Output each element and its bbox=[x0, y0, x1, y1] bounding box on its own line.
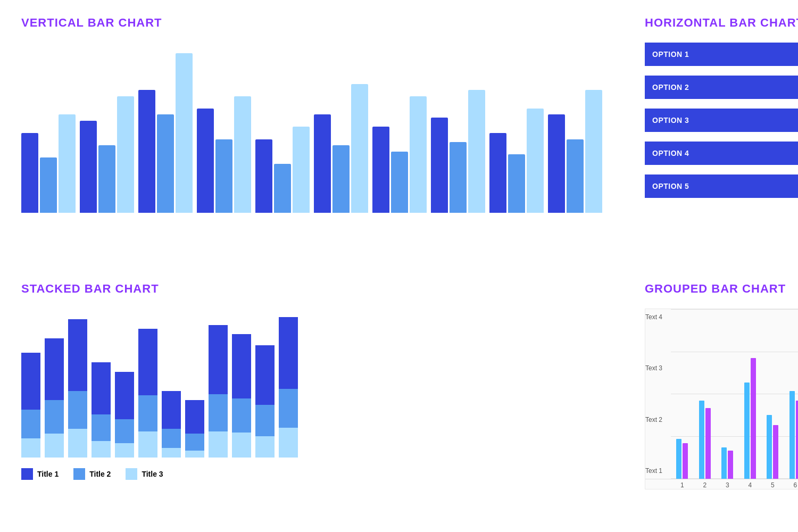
sbar-s2-9 bbox=[232, 398, 251, 433]
vbar-light-8 bbox=[527, 109, 544, 213]
gbar-purple-3 bbox=[751, 358, 756, 479]
vbar-dark-6 bbox=[372, 127, 389, 213]
sbar-s3-10 bbox=[255, 436, 275, 458]
sbar-s3-8 bbox=[209, 431, 228, 458]
hbar-row-1: OPTION 2 bbox=[645, 76, 798, 99]
legend-item-0: Title 1 bbox=[21, 468, 59, 480]
vbar-mid-7 bbox=[450, 142, 467, 213]
legend-label-0: Title 1 bbox=[37, 470, 59, 478]
vbar-mid-8 bbox=[508, 154, 525, 213]
vbar-group-1 bbox=[80, 96, 134, 213]
sbar-s3-1 bbox=[45, 434, 64, 458]
gbar-blue-5 bbox=[789, 391, 795, 479]
x-label-5: 6 bbox=[784, 479, 799, 489]
stacked-legend: Title 1Title 2Title 3 bbox=[21, 468, 602, 480]
sbar-s2-1 bbox=[45, 400, 64, 434]
sbar-s1-8 bbox=[209, 325, 228, 394]
sbar-s2-7 bbox=[185, 434, 204, 450]
legend-item-2: Title 3 bbox=[126, 468, 163, 480]
sbar-s1-7 bbox=[185, 400, 204, 434]
gbar-group-1 bbox=[694, 313, 717, 479]
gbar-blue-4 bbox=[767, 415, 772, 479]
sbar-s3-2 bbox=[68, 429, 87, 458]
sbar-col-7 bbox=[185, 400, 204, 458]
vbar-mid-3 bbox=[215, 139, 232, 213]
grouped-bar-chart-panel: GROUPED BAR CHART Text 1Text 2Text 3Text… bbox=[624, 266, 798, 532]
vbar-light-1 bbox=[117, 96, 134, 213]
grouped-bars bbox=[671, 309, 798, 479]
gbar-group-4 bbox=[761, 313, 784, 479]
y-label-2: Text 3 bbox=[645, 364, 667, 372]
vbar-dark-1 bbox=[80, 121, 97, 213]
hbar-label-2: OPTION 3 bbox=[652, 116, 689, 124]
y-label-0: Text 1 bbox=[645, 467, 667, 475]
legend-box-2 bbox=[126, 468, 137, 480]
vbar-mid-9 bbox=[567, 139, 584, 213]
sbar-s1-6 bbox=[162, 391, 181, 429]
hbar-row-3: OPTION 4 bbox=[645, 142, 798, 165]
hbar-fg-2: OPTION 3 bbox=[645, 109, 798, 132]
sbar-s1-1 bbox=[45, 338, 64, 401]
vbar-mid-6 bbox=[391, 152, 408, 213]
x-label-4: 5 bbox=[761, 479, 784, 489]
vbar-mid-1 bbox=[98, 145, 115, 213]
sbar-s1-2 bbox=[68, 319, 87, 390]
sbar-s1-10 bbox=[255, 345, 275, 405]
sbar-s2-10 bbox=[255, 405, 275, 436]
hbar-fg-3: OPTION 4 bbox=[645, 142, 798, 165]
gbar-blue-3 bbox=[744, 383, 750, 479]
hbar-label-0: OPTION 1 bbox=[652, 50, 689, 59]
vbar-light-7 bbox=[468, 90, 485, 213]
vbar-light-4 bbox=[293, 127, 310, 213]
vbar-light-6 bbox=[410, 96, 427, 213]
sbar-s3-3 bbox=[92, 441, 111, 458]
vbar-dark-0 bbox=[21, 133, 38, 213]
x-label-1: 2 bbox=[694, 479, 717, 489]
vertical-bar-chart bbox=[21, 43, 602, 213]
horizontal-bar-chart-title: HORIZONTAL BAR CHART bbox=[645, 16, 798, 30]
legend-label-1: Title 2 bbox=[89, 470, 111, 478]
sbar-col-3 bbox=[92, 362, 111, 458]
vbar-group-3 bbox=[197, 96, 251, 213]
hbar-label-3: OPTION 4 bbox=[652, 149, 689, 157]
hbar-label-1: OPTION 2 bbox=[652, 83, 689, 92]
sbar-s2-11 bbox=[279, 389, 298, 428]
hbar-row-4: OPTION 5 bbox=[645, 174, 798, 198]
vbar-group-9 bbox=[548, 90, 602, 213]
grouped-chart-container: Text 1Text 2Text 3Text 4 123456789101112 bbox=[645, 309, 798, 489]
sbar-s1-3 bbox=[92, 362, 111, 415]
gbar-blue-2 bbox=[721, 447, 727, 479]
vbar-mid-5 bbox=[332, 145, 350, 213]
sbar-s2-2 bbox=[68, 391, 87, 429]
sbar-s2-6 bbox=[162, 429, 181, 448]
sbar-s1-0 bbox=[21, 353, 40, 410]
vbar-group-2 bbox=[138, 53, 193, 213]
horizontal-bar-chart-panel: HORIZONTAL BAR CHART OPTION 1OPTION 2OPT… bbox=[624, 0, 798, 266]
vbar-light-0 bbox=[59, 114, 76, 213]
vertical-bar-chart-title: VERTICAL BAR CHART bbox=[21, 16, 602, 30]
gbar-purple-4 bbox=[773, 425, 778, 479]
sbar-s3-4 bbox=[115, 443, 134, 458]
sbar-col-4 bbox=[115, 372, 134, 458]
vbar-dark-2 bbox=[138, 90, 155, 213]
y-label-1: Text 2 bbox=[645, 416, 667, 423]
grouped-y-axis: Text 1Text 2Text 3Text 4 bbox=[645, 309, 671, 479]
sbar-s3-11 bbox=[279, 428, 298, 458]
vbar-dark-5 bbox=[314, 114, 331, 213]
grouped-bar-chart-title: GROUPED BAR CHART bbox=[645, 282, 798, 296]
vbar-dark-8 bbox=[489, 133, 506, 213]
stacked-bar-chart-panel: STACKED BAR CHART Title 1Title 2Title 3 bbox=[0, 266, 624, 532]
vbar-light-2 bbox=[176, 53, 193, 213]
legend-box-0 bbox=[21, 468, 33, 480]
sbar-s1-5 bbox=[138, 329, 157, 396]
gbar-purple-5 bbox=[796, 401, 798, 479]
gbar-purple-1 bbox=[705, 408, 711, 479]
legend-item-1: Title 2 bbox=[73, 468, 111, 480]
gbar-group-3 bbox=[739, 313, 762, 479]
vbar-group-8 bbox=[489, 109, 544, 213]
vbar-mid-4 bbox=[274, 164, 291, 213]
stacked-bar-chart bbox=[21, 309, 602, 458]
sbar-s2-8 bbox=[209, 394, 228, 431]
sbar-s2-4 bbox=[115, 419, 134, 443]
hbar-fg-1: OPTION 2 bbox=[645, 76, 798, 99]
